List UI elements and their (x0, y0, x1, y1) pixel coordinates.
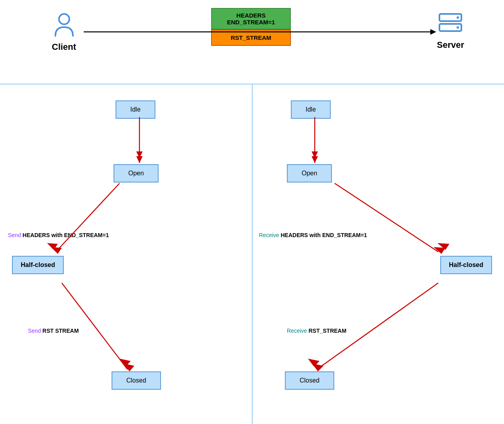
svg-marker-18 (124, 363, 134, 371)
client-transition-label-1: Send HEADERS with END_STREAM=1 (8, 232, 109, 238)
server-closed-box: Closed (285, 371, 334, 390)
svg-marker-16 (47, 243, 58, 250)
svg-marker-12 (136, 156, 143, 163)
svg-marker-23 (312, 151, 318, 158)
svg-marker-28 (312, 363, 324, 371)
receive-bold-1: HEADERS with END_STREAM=1 (280, 232, 367, 238)
server-idle-box: Idle (291, 100, 331, 119)
client-closed-box: Closed (112, 371, 161, 390)
client-idle-box: Idle (116, 100, 155, 119)
client-transition-label-2: Send RST STREAM (28, 328, 79, 334)
server-transition-label-2: Receive RST_STREAM (287, 328, 346, 334)
svg-line-27 (317, 283, 438, 369)
svg-marker-25 (433, 247, 445, 254)
server-icon (437, 12, 463, 37)
receive-prefix-1: Receive (259, 232, 280, 238)
svg-marker-19 (120, 359, 131, 367)
svg-marker-2 (430, 29, 436, 35)
diagram-container: Client HEADERS END_STREAM=1 RST_STREAM (0, 0, 504, 424)
client-half-closed-box: Half-closed (12, 256, 64, 274)
server-section: Server (437, 12, 464, 50)
send-prefix-1: Send (8, 232, 23, 238)
top-arrow-svg (0, 0, 504, 84)
send-bold-1: HEADERS with END_STREAM=1 (23, 232, 109, 238)
svg-marker-15 (51, 247, 62, 254)
server-half-closed-box: Half-closed (440, 256, 492, 274)
svg-line-14 (56, 183, 120, 252)
svg-line-24 (335, 183, 438, 252)
receive-prefix-2: Receive (287, 328, 308, 334)
svg-marker-13 (136, 151, 143, 158)
send-prefix-2: Send (28, 328, 43, 334)
server-open-box: Open (287, 164, 332, 183)
receive-bold-2: RST_STREAM (308, 328, 346, 334)
send-bold-2: RST STREAM (43, 328, 79, 334)
svg-marker-29 (308, 359, 320, 367)
vertical-divider (252, 84, 253, 424)
svg-marker-26 (437, 243, 449, 250)
server-transition-label-1: Receive HEADERS with END_STREAM=1 (259, 232, 367, 238)
server-label: Server (437, 40, 464, 50)
svg-marker-22 (312, 156, 318, 163)
client-open-box: Open (114, 164, 159, 183)
svg-point-5 (457, 16, 459, 19)
svg-line-17 (62, 283, 127, 369)
svg-point-6 (457, 26, 459, 29)
